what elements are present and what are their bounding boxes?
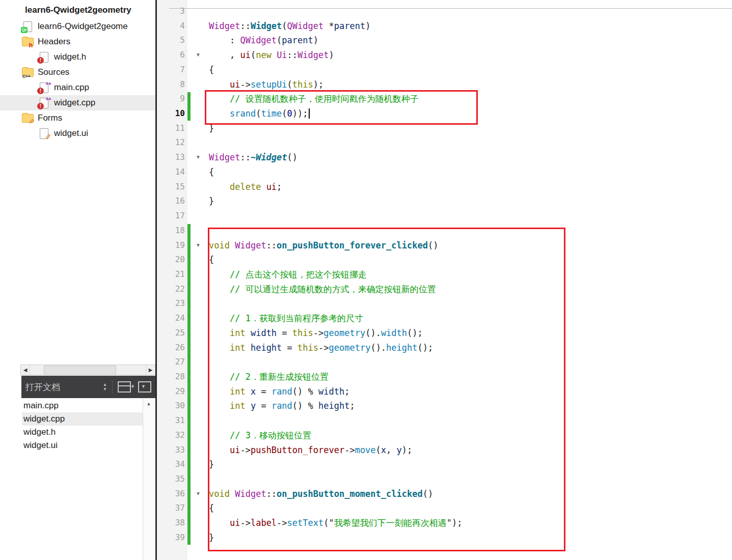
line-number-19: 19: [157, 238, 185, 253]
highlight-box-srand: [205, 90, 478, 125]
line-number-10: 10: [157, 106, 185, 121]
code-line-6[interactable]: , ui(new Ui::Widget): [209, 48, 732, 63]
line-number-26: 26: [157, 341, 185, 355]
code-line-12[interactable]: [209, 135, 732, 150]
code-line-3[interactable]: [209, 4, 732, 19]
line-number-5: 5: [157, 33, 185, 48]
project-tree-panel: learn6-Qwidget2geometry Qtlearn6-Qwidget…: [0, 0, 155, 362]
code-line-8[interactable]: ui->setupUi(this);: [209, 77, 732, 92]
line-number-18: 18: [157, 223, 185, 238]
code-line-15[interactable]: delete ui;: [209, 180, 732, 194]
tree-item-learn6-qwidget2geome[interactable]: Qtlearn6-Qwidget2geome: [0, 19, 155, 34]
tree-item-widget-h[interactable]: !widget.h: [0, 49, 155, 65]
project-root-item[interactable]: learn6-Qwidget2geometry: [0, 3, 155, 18]
tree-item-headers[interactable]: hHeaders: [0, 34, 155, 49]
code-line-14[interactable]: {: [209, 165, 732, 180]
line-number-31: 31: [157, 413, 185, 428]
tree-horizontal-scrollbar[interactable]: ◀ ▶: [20, 365, 155, 375]
line-number-17: 17: [157, 209, 185, 223]
line-number-14: 14: [157, 165, 185, 180]
line-number-15: 15: [157, 180, 185, 194]
open-documents-list: main.cppwidget.cppwidget.hwidget.ui: [21, 399, 155, 560]
tree-item-widget-cpp[interactable]: ++!widget.cpp: [0, 95, 155, 110]
changed-lines-bar: [187, 92, 191, 120]
line-number-20: 20: [157, 253, 185, 267]
line-number-9: 9: [157, 92, 185, 106]
line-number-21: 21: [157, 267, 185, 282]
cpp-file-error-icon: ++!: [38, 97, 50, 108]
fold-marker-icon[interactable]: ▼: [195, 150, 202, 165]
headers-folder-icon: h: [21, 36, 34, 47]
line-number-3: 3: [157, 4, 185, 19]
scrollbar-thumb[interactable]: [44, 366, 116, 375]
split-pane-icon[interactable]: [118, 381, 131, 393]
header-separator: [112, 380, 113, 394]
line-number-8: 8: [157, 77, 185, 92]
line-number-32: 32: [157, 428, 185, 443]
line-number-36: 36: [157, 487, 185, 501]
line-number-27: 27: [157, 355, 185, 370]
line-number-24: 24: [157, 311, 185, 326]
line-number-33: 33: [157, 443, 185, 458]
open-documents-title[interactable]: 打开文档: [21, 381, 103, 393]
scroll-up-arrow-icon[interactable]: ▲: [143, 400, 154, 408]
line-number-25: 25: [157, 326, 185, 341]
line-number-37: 37: [157, 501, 185, 516]
code-line-16[interactable]: }: [209, 194, 732, 209]
project-title: learn6-Qwidget2geometry: [25, 5, 131, 15]
open-document-widget-ui[interactable]: widget.ui: [22, 439, 143, 452]
line-number-16: 16: [157, 194, 185, 209]
open-document-widget-cpp[interactable]: widget.cpp: [22, 412, 143, 426]
pane-selector-updown-icon[interactable]: ▲▼: [103, 383, 107, 391]
cpp-file-error-icon: ++!: [38, 82, 50, 93]
line-number-6: 6: [157, 48, 185, 63]
ui-file-icon: ✎: [38, 128, 50, 139]
line-number-13: 13: [157, 150, 185, 165]
fold-marker-icon[interactable]: ▼: [195, 48, 202, 63]
scroll-right-arrow-icon[interactable]: ▶: [146, 365, 155, 375]
scroll-left-arrow-icon[interactable]: ◀: [21, 365, 30, 375]
line-number-4: 4: [157, 19, 185, 34]
line-number-7: 7: [157, 63, 185, 77]
line-number-38: 38: [157, 516, 185, 530]
header-file-error-icon: !: [38, 51, 50, 63]
line-number-23: 23: [157, 296, 185, 311]
code-line-17[interactable]: [209, 209, 732, 223]
fold-marker-icon[interactable]: ▼: [195, 487, 202, 501]
line-number-34: 34: [157, 457, 185, 472]
line-number-22: 22: [157, 282, 185, 297]
open-document-widget-h[interactable]: widget.h: [22, 426, 143, 439]
qt-creator-window: learn6-Qwidget2geometry Qtlearn6-Qwidget…: [0, 0, 732, 560]
tree-item-main-cpp[interactable]: ++!main.cpp: [0, 80, 155, 95]
code-line-13[interactable]: Widget::~Widget(): [209, 150, 732, 165]
code-line-4[interactable]: Widget::Widget(QWidget *parent): [209, 19, 732, 34]
list-vertical-scrollbar[interactable]: ▲: [143, 399, 154, 560]
line-number-35: 35: [157, 472, 185, 487]
close-pane-icon[interactable]: [138, 381, 151, 393]
forms-folder-icon: ✎: [21, 113, 34, 124]
tree-item-forms[interactable]: ✎Forms: [0, 110, 155, 126]
highlight-box-slots: [208, 228, 565, 551]
line-number-39: 39: [157, 530, 185, 545]
line-number-29: 29: [157, 384, 185, 399]
open-documents-header: 打开文档 ▲▼: [21, 376, 155, 398]
code-line-5[interactable]: : QWidget(parent): [209, 33, 732, 48]
sources-folder-icon: C++: [21, 67, 34, 78]
open-document-main-cpp[interactable]: main.cpp: [22, 399, 143, 412]
line-number-11: 11: [157, 121, 185, 136]
line-number-12: 12: [157, 135, 185, 150]
tree-item-sources[interactable]: C++Sources: [0, 65, 155, 80]
code-line-7[interactable]: {: [209, 63, 732, 77]
line-number-28: 28: [157, 370, 185, 384]
line-number-30: 30: [157, 399, 185, 413]
changed-lines-bar: [187, 224, 191, 545]
fold-marker-icon[interactable]: ▼: [195, 238, 202, 253]
open-documents-panel: 打开文档 ▲▼ main.cppwidget.cppwidget.hwidget…: [21, 376, 155, 560]
qt-project-file-icon: Qt: [21, 21, 34, 32]
tree-item-widget-ui[interactable]: ✎widget.ui: [0, 126, 155, 141]
